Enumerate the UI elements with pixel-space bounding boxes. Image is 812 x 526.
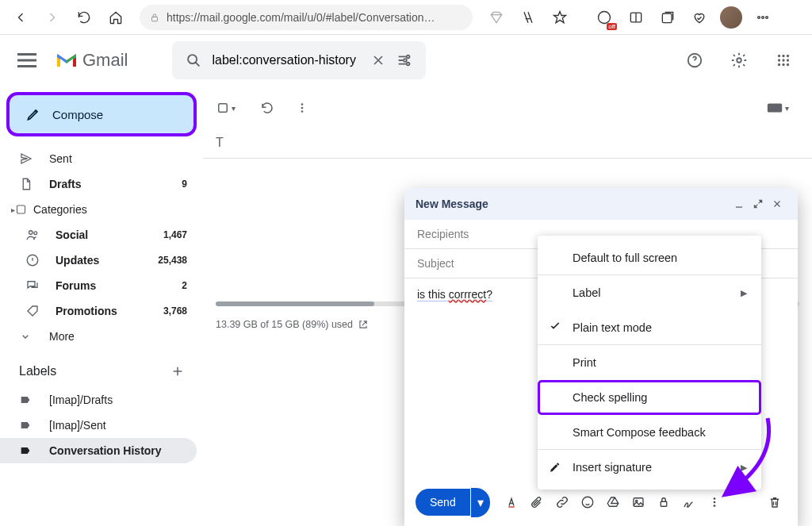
sidebar-item-updates[interactable]: Updates 25,438 xyxy=(0,248,197,273)
compose-window: New Message Recipients Subject is this c… xyxy=(404,188,798,526)
attach-icon[interactable] xyxy=(525,490,549,514)
settings-icon[interactable] xyxy=(723,44,755,76)
gmail-wordmark: Gmail xyxy=(82,50,128,71)
check-icon xyxy=(549,320,561,335)
input-tools-icon[interactable]: ▾ xyxy=(764,95,790,121)
apps-icon[interactable] xyxy=(768,44,799,76)
forums-icon xyxy=(25,278,41,293)
emoji-icon[interactable] xyxy=(576,490,599,514)
svg-rect-26 xyxy=(219,104,228,113)
discard-icon[interactable] xyxy=(763,490,787,514)
refresh-mail-icon[interactable] xyxy=(255,95,280,121)
search-icon xyxy=(185,52,202,69)
read-aloud-icon[interactable] xyxy=(514,3,542,32)
signature-icon[interactable] xyxy=(677,490,701,514)
compose-button[interactable]: Compose xyxy=(6,92,197,136)
menu-label[interactable]: Label▶ xyxy=(538,275,761,310)
menu-plain-text[interactable]: Plain text mode xyxy=(538,310,761,345)
svg-point-19 xyxy=(778,63,780,66)
menu-default-fullscreen[interactable]: Default to full screen xyxy=(538,240,761,275)
drive-icon[interactable] xyxy=(601,490,625,514)
split-screen-icon[interactable] xyxy=(622,3,650,32)
sidebar-label-conversation-history[interactable]: Conversation History xyxy=(0,438,197,463)
label-icon xyxy=(19,419,35,432)
open-link-icon[interactable] xyxy=(358,319,369,330)
svg-point-15 xyxy=(787,55,789,57)
back-icon[interactable] xyxy=(6,3,35,32)
svg-point-21 xyxy=(787,63,789,66)
more-mail-icon[interactable] xyxy=(289,95,315,121)
forward-icon[interactable] xyxy=(38,3,67,32)
sidebar-label-imap-sent[interactable]: [Imap]/Sent xyxy=(0,413,197,438)
sidebar-item-categories[interactable]: ▸ Categories xyxy=(0,197,197,222)
sidebar-label-imap-drafts[interactable]: [Imap]/Drafts xyxy=(0,387,197,413)
compose-titlebar[interactable]: New Message xyxy=(404,188,798,220)
tab-row: T xyxy=(203,127,812,159)
more-options-icon[interactable] xyxy=(703,490,726,514)
svg-point-6 xyxy=(766,16,768,18)
menu-smart-compose-feedback[interactable]: Smart Compose feedback xyxy=(538,415,761,450)
svg-point-7 xyxy=(189,55,197,63)
svg-rect-0 xyxy=(152,17,158,21)
menu-print[interactable]: Print xyxy=(538,345,761,380)
support-icon[interactable] xyxy=(679,44,710,76)
body-text: is this corrrect? xyxy=(417,288,492,301)
send-button[interactable]: Send ▾ xyxy=(416,488,490,517)
search-bar[interactable] xyxy=(172,41,426,79)
profile-avatar[interactable] xyxy=(720,6,742,29)
select-all-checkbox[interactable]: ▾ xyxy=(216,101,236,115)
image-icon[interactable] xyxy=(626,490,650,514)
send-icon xyxy=(19,152,35,166)
mail-toolbar: ▾ ▾ xyxy=(203,89,812,127)
search-input[interactable] xyxy=(212,53,370,67)
sidebar-item-forums[interactable]: Forums 2 xyxy=(0,273,197,298)
label-icon xyxy=(19,394,35,406)
svg-point-12 xyxy=(737,58,741,63)
add-label-icon[interactable] xyxy=(168,362,187,381)
more-options-menu: Default to full screen Label▶ Plain text… xyxy=(538,236,761,490)
gmail-logo[interactable]: Gmail xyxy=(54,50,128,71)
clear-search-icon[interactable] xyxy=(370,52,386,68)
url-bar[interactable]: https://mail.google.com/mail/u/0/#label/… xyxy=(140,5,473,30)
svg-point-36 xyxy=(713,501,715,504)
formatting-icon[interactable] xyxy=(500,490,523,514)
minimize-icon[interactable] xyxy=(730,194,749,213)
more-icon[interactable] xyxy=(749,3,777,32)
svg-point-31 xyxy=(582,497,593,508)
svg-point-20 xyxy=(782,63,784,66)
svg-point-5 xyxy=(762,16,764,18)
menu-insert-signature[interactable]: Insert signature▶ xyxy=(538,450,761,485)
menu-check-spelling[interactable]: Check spelling xyxy=(538,380,761,415)
extension-icon[interactable] xyxy=(590,3,619,32)
pencil-icon xyxy=(25,106,41,122)
favorite-icon[interactable] xyxy=(546,3,574,32)
tab-truncated[interactable]: T xyxy=(216,136,224,150)
svg-point-10 xyxy=(407,63,410,66)
svg-point-13 xyxy=(778,55,780,57)
sidebar-item-sent[interactable]: Sent xyxy=(0,146,197,171)
promotions-icon xyxy=(25,304,41,318)
sidebar-item-promotions[interactable]: Promotions 3,768 xyxy=(0,298,197,324)
collections-icon[interactable] xyxy=(653,3,682,32)
svg-point-29 xyxy=(301,110,304,113)
send-options-icon[interactable]: ▾ xyxy=(471,488,490,517)
main-menu-icon[interactable] xyxy=(13,46,41,75)
fullscreen-icon[interactable] xyxy=(749,194,768,213)
search-options-icon[interactable] xyxy=(396,52,413,69)
sidebar-item-more[interactable]: More xyxy=(0,324,197,349)
confidential-icon[interactable] xyxy=(652,490,676,514)
chevron-down-icon xyxy=(19,330,35,343)
link-icon[interactable] xyxy=(550,490,574,514)
draft-icon xyxy=(19,177,35,191)
refresh-icon[interactable] xyxy=(70,3,98,32)
compose-toolbar: Send ▾ xyxy=(404,485,798,526)
wellness-icon[interactable] xyxy=(685,3,714,32)
diamond-icon[interactable] xyxy=(482,3,511,32)
sidebar-item-drafts[interactable]: Drafts 9 xyxy=(0,171,197,197)
svg-rect-3 xyxy=(662,13,672,23)
home-icon[interactable] xyxy=(102,3,130,32)
sidebar-item-social[interactable]: Social 1,467 xyxy=(0,222,197,248)
close-icon[interactable] xyxy=(768,194,787,213)
svg-point-35 xyxy=(713,497,715,500)
svg-point-8 xyxy=(407,56,410,59)
